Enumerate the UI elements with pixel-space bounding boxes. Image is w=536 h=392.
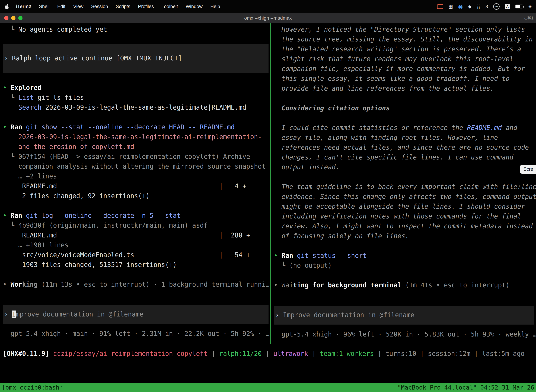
battery-icon[interactable] — [515, 5, 523, 9]
text-segment: evidence. Since this change only affects… — [274, 193, 536, 201]
screen-overlay-tab[interactable]: Scre — [520, 165, 536, 174]
menu-item-help[interactable]: Help — [210, 4, 220, 9]
blank-line — [0, 201, 270, 211]
minimize-window-button[interactable] — [11, 16, 15, 20]
text-segment: changes, I can't cite specific file line… — [274, 154, 513, 161]
terminal-line: • Explored — [0, 83, 270, 93]
menu-item-toolbelt[interactable]: Toolbelt — [162, 4, 178, 9]
menu-item-profiles[interactable]: Profiles — [138, 4, 154, 9]
text-segment: • — [3, 84, 10, 92]
text-segment: 4b9d30f (origin/main, instructkr/main, m… — [18, 222, 208, 229]
text-segment: Ran — [10, 212, 26, 219]
command-input[interactable]: › Improve documentation in @filename — [274, 306, 534, 325]
menu-item-edit[interactable]: Edit — [57, 4, 66, 9]
text-segment: Explored — [10, 84, 42, 92]
window-title-bar[interactable]: omx --xhigh --madmax ⌥⌘1 — [0, 13, 536, 23]
terminal-line: README.md | 4 + — [0, 181, 270, 191]
menu-extra-icon[interactable]: ◈ — [528, 4, 532, 9]
terminal-line: 2026-03-09-is-legal-the-same-as-legitima… — [0, 132, 270, 142]
text-segment: might be acceptable alongside the file l… — [274, 203, 525, 210]
blank-line — [271, 93, 536, 103]
terminal-line: Considering citation options — [271, 103, 536, 113]
terminal-line: references need actual files, and since … — [271, 143, 536, 152]
diamond-app-icon[interactable]: ◆ — [468, 4, 471, 9]
text-segment: references need actual files, and since … — [274, 144, 529, 151]
text-segment: companion analysis without altering the … — [3, 163, 266, 170]
menu-item-view[interactable]: View — [73, 4, 83, 9]
omx-status-bar: [OMX#0.11.9] cczip/essay/ai-reimplementa… — [0, 349, 536, 359]
text-segment: Improve documentation in @filename — [283, 311, 414, 319]
text-segment: git ls-files — [34, 94, 84, 101]
text-segment: (no output) — [289, 262, 332, 269]
terminal-line: slight risk that future readers may over… — [271, 54, 536, 64]
text-segment: • — [274, 281, 282, 289]
text-segment: › — [4, 54, 12, 62]
close-window-button[interactable] — [4, 16, 9, 20]
terminal-line: • Working (11m 13s • esc to interrupt) ·… — [0, 280, 270, 289]
text-segment: [OMX_TMUX_INJECT] — [116, 54, 182, 62]
input-source-icon[interactable]: A — [505, 4, 510, 9]
menu-item-window[interactable]: Window — [186, 4, 203, 9]
terminal-line: • Ran git status --short — [271, 251, 536, 261]
terminal-line: README.md | 280 + — [0, 230, 270, 240]
text-segment: | — [208, 350, 219, 357]
blank-line — [271, 172, 536, 182]
tmux-host-time-label: "MacBook-Pro-44.local" 04:52 31-Mar-26 — [397, 384, 534, 391]
window-grid-icon[interactable]: ▦ — [449, 4, 453, 9]
terminal-area: └ No agents completed yet› Ralph loop ac… — [0, 23, 536, 392]
keyboard-layout-icon[interactable]: 8 — [486, 4, 488, 9]
text-segment: 2026-03-09-is-legal-the-same-as-legitima… — [3, 133, 262, 141]
terminal-line: The team guideline is to back every impo… — [271, 182, 536, 192]
terminal-line: this single essay, it seems like a good … — [271, 74, 536, 84]
battery-gauge-icon[interactable]: .61 — [493, 3, 500, 10]
terminal-line: Search 2026-03-09-is-legal-the-same-as-l… — [0, 103, 270, 112]
text-segment: Ran — [10, 123, 26, 131]
menu-item-session[interactable]: Session — [91, 4, 108, 9]
terminal-line: 2 files changed, 92 insertions(+) — [0, 191, 270, 201]
terminal-line: › Improve documentation in @filename — [3, 309, 143, 319]
terminal-line: └ No agents completed yet — [0, 25, 270, 34]
text-segment: turns:10 | session:12m | last:5m ago — [385, 350, 525, 357]
text-segment: (11m 13s • esc to interrupt) · 1 backgro… — [38, 281, 270, 288]
text-segment: team:1 workers — [320, 350, 374, 357]
terminal-line: output instead. — [271, 162, 536, 172]
terminal-line: └ 067f154 (HEAD -> essay/ai-reimplementa… — [0, 152, 270, 162]
text-segment: README.md | 4 + — [3, 182, 246, 190]
macos-menu-bar: iTerm2ShellEditViewSessionScriptsProfile… — [0, 0, 536, 13]
screen-recording-indicator[interactable] — [437, 4, 443, 9]
terminal-line: › Ralph loop active continue [OMX_TMUX_I… — [3, 53, 182, 63]
menu-item-shell[interactable]: Shell — [39, 4, 50, 9]
menu-item-iterm2[interactable]: iTerm2 — [16, 4, 31, 9]
text-segment: Wor — [10, 281, 22, 288]
terminal-line: might be acceptable alongside the file l… — [271, 202, 536, 211]
right-terminal-pane[interactable]: However, I noticed the "Directory Struct… — [271, 23, 536, 339]
traffic-lights — [4, 16, 23, 20]
terminal-line: of focusing solely on file lines. — [271, 231, 536, 241]
terminal-line: provide file and line references from th… — [271, 84, 536, 93]
menu-item-scripts[interactable]: Scripts — [116, 4, 130, 9]
left-terminal-pane[interactable]: └ No agents completed yet› Ralph loop ac… — [0, 23, 270, 339]
command-input[interactable]: › Improve documentation in @filename — [3, 305, 268, 324]
window-shortcut-badge: ⌥⌘1 — [522, 13, 534, 23]
blank-line — [0, 270, 270, 280]
apple-logo-icon[interactable] — [4, 4, 9, 9]
terminal-line: 1903 files changed, 513517 insertions(+) — [0, 260, 270, 270]
terminal-line: • Waiting for background terminal (1m 41… — [271, 280, 536, 290]
text-segment: └ — [3, 153, 18, 160]
tmux-session-label: [omx-cczip0:bash* — [2, 384, 63, 391]
dots-grid-icon[interactable]: ⣿ — [477, 4, 480, 9]
terminal-line: • Ran git show --stat --oneline --decora… — [0, 122, 270, 132]
text-segment: └ — [3, 222, 18, 229]
terminal-line: the source tree, missing the essay. Stil… — [271, 34, 536, 44]
text-segment: README.md — [467, 124, 502, 131]
terminal-line: └ 4b9d30f (origin/main, instructkr/main,… — [0, 221, 270, 230]
blue-app-icon[interactable]: ◉ — [458, 4, 463, 10]
text-segment: src/voice/voiceModeEnabled.ts | 54 + — [3, 251, 250, 259]
text-segment: 2 files changed, 92 insertions(+) — [3, 192, 150, 200]
text-segment: and-the-erosion-of-copyleft.md — [3, 143, 134, 150]
text-segment: output instead. — [274, 163, 340, 171]
text-segment: README.md | 280 + — [3, 232, 250, 239]
terminal-line: including verification notes with those … — [271, 211, 536, 221]
text-segment: the source tree, missing the essay. Stil… — [274, 36, 533, 43]
zoom-window-button[interactable] — [18, 16, 23, 20]
